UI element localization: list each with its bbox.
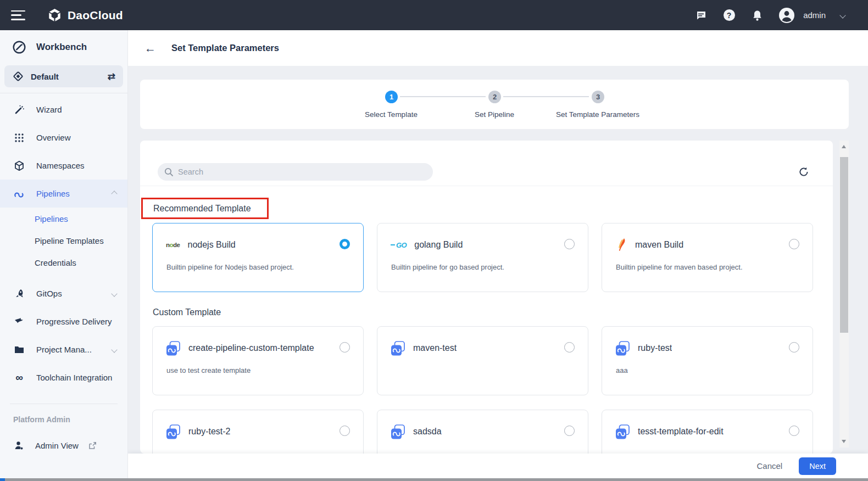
radio-unselected[interactable] — [340, 426, 350, 436]
sidebar-subitem-label: Pipeline Templates — [35, 236, 104, 245]
radio-unselected[interactable] — [564, 342, 575, 353]
back-arrow-icon[interactable]: ← — [144, 42, 156, 54]
hamburger-menu-icon[interactable] — [11, 10, 25, 20]
sidebar-item-toolchain-integration[interactable]: ∞ Toolchain Integration — [0, 363, 127, 391]
sidebar-subitem-credentials[interactable]: Credentials — [0, 251, 127, 273]
template-card-golang-build[interactable]: GO golang Build Builtin pipeline for go … — [377, 223, 588, 292]
switch-workspace-icon[interactable]: ⇄ — [108, 71, 115, 82]
step-connector — [503, 96, 589, 97]
brand[interactable]: DaoCloud — [47, 8, 123, 23]
step-3-label: Set Template Parameters — [556, 110, 639, 119]
wizard-footer: Cancel Next — [128, 454, 868, 478]
sidebar-item-wizard[interactable]: Wizard — [0, 96, 127, 124]
sidebar-item-progressive-delivery[interactable]: Progressive Delivery — [0, 307, 127, 335]
user-menu-chevron-down-icon[interactable] — [839, 12, 845, 18]
search-icon — [164, 167, 174, 177]
step-1-label: Select Template — [365, 110, 418, 119]
user-avatar[interactable] — [778, 7, 795, 24]
template-description: Builtin pipeline for Nodejs based projec… — [166, 263, 350, 271]
template-card-sadsda[interactable]: sadsda — [377, 410, 588, 454]
template-description: Builtin pipeline for maven based project… — [616, 263, 799, 271]
workbench-label: Workbench — [36, 42, 87, 53]
template-description: use to test create template — [166, 366, 350, 374]
sidebar: Workbench Default ⇄ Wizard Overview — [0, 30, 128, 481]
pipeline-template-icon — [615, 424, 630, 439]
template-card-ruby-test-2[interactable]: ruby-test-2 — [152, 410, 364, 454]
template-description: aaa — [616, 366, 799, 374]
sidebar-subitem-pipelines[interactable]: Pipelines — [0, 208, 127, 230]
help-icon[interactable]: ? — [722, 9, 736, 22]
divider — [0, 93, 127, 93]
chat-icon[interactable] — [694, 9, 708, 22]
template-title: maven Build — [635, 240, 683, 250]
template-title: ruby-test-2 — [188, 427, 230, 437]
topbar-actions: ? admin — [694, 7, 868, 24]
template-card-ruby-test[interactable]: ruby-test aaa — [602, 326, 813, 395]
pipeline-template-icon — [166, 424, 181, 439]
workspace-icon — [12, 70, 24, 82]
sidebar-item-pipelines[interactable]: Pipelines — [0, 180, 127, 208]
sidebar-item-gitops[interactable]: GitOps — [0, 279, 127, 307]
wizard-stepper: 1 2 3 Select Template Set Pipeline Set T… — [140, 80, 849, 129]
page-title: Set Template Parameters — [171, 43, 279, 53]
radio-unselected[interactable] — [789, 239, 799, 249]
next-button[interactable]: Next — [799, 457, 836, 475]
radio-unselected[interactable] — [789, 342, 799, 353]
golang-logo-icon: GO — [391, 241, 407, 249]
maven-feather-icon — [615, 238, 627, 252]
notification-bell-icon[interactable] — [750, 9, 764, 22]
radio-selected[interactable] — [340, 239, 350, 249]
step-connector — [400, 96, 486, 97]
search-toolbar — [140, 141, 833, 186]
sidebar-item-label: Project Mana... — [36, 345, 101, 354]
step-3-circle: 3 — [592, 91, 604, 103]
sidebar-item-label: Pipelines — [36, 189, 101, 198]
sidebar-subitem-pipeline-templates[interactable]: Pipeline Templates — [0, 230, 127, 251]
external-link-icon — [88, 441, 97, 450]
custom-template-section-title: Custom Template — [153, 307, 221, 317]
search-input[interactable] — [178, 167, 426, 176]
folder-icon — [13, 344, 25, 356]
template-card-nodejs-build[interactable]: node nodejs Build Builtin pipeline for N… — [152, 223, 364, 292]
grid-dots-icon — [13, 132, 25, 144]
scrollbar-up-arrow[interactable] — [842, 145, 846, 148]
template-title: create-pipeline-custom-template — [188, 343, 314, 353]
template-card-tesst-template-for-edit[interactable]: tesst-template-for-edit — [602, 410, 813, 454]
sidebar-item-namespaces[interactable]: Namespaces — [0, 152, 127, 180]
app-window: DaoCloud ? admin Workbench — [0, 0, 868, 481]
pipeline-template-icon — [391, 424, 405, 439]
radio-unselected[interactable] — [564, 426, 575, 436]
workspace-selector[interactable]: Default ⇄ — [4, 65, 123, 87]
sidebar-item-overview[interactable]: Overview — [0, 124, 127, 152]
template-card-create-pipeline-custom-template[interactable]: create-pipeline-custom-template use to t… — [152, 326, 364, 395]
scrollbar-down-arrow[interactable] — [842, 440, 846, 443]
template-card-maven-test[interactable]: maven-test — [377, 326, 588, 395]
template-title: maven-test — [413, 343, 457, 353]
template-title: nodejs Build — [187, 240, 235, 250]
radio-unselected[interactable] — [340, 342, 350, 353]
admin-view-label: Admin View — [35, 441, 79, 450]
sidebar-workbench-header[interactable]: Workbench — [0, 30, 127, 64]
horizontal-scrollbar-thumb[interactable] — [0, 478, 5, 481]
template-card-maven-build[interactable]: maven Build Builtin pipeline for maven b… — [602, 223, 813, 292]
template-title: tesst-template-for-edit — [638, 427, 724, 437]
radio-unselected[interactable] — [789, 426, 799, 436]
sidebar-item-label: Toolchain Integration — [36, 373, 116, 382]
sidebar-item-admin-view[interactable]: Admin View — [0, 432, 127, 460]
step-2-label: Set Pipeline — [475, 110, 514, 119]
sidebar-item-label: Namespaces — [36, 161, 116, 170]
search-field[interactable] — [158, 163, 433, 181]
vertical-scrollbar[interactable] — [839, 141, 849, 448]
scrollbar-thumb[interactable] — [840, 157, 848, 333]
template-title: sadsda — [413, 427, 442, 437]
page-header: ← Set Template Parameters — [128, 30, 868, 66]
cancel-button[interactable]: Cancel — [756, 461, 782, 471]
refresh-icon[interactable] — [797, 165, 811, 179]
pipelines-icon — [13, 188, 25, 200]
admin-user-icon — [13, 440, 25, 452]
horizontal-scrollbar[interactable] — [0, 478, 868, 481]
sidebar-item-project-management[interactable]: Project Mana... — [0, 335, 127, 363]
annotation-red-box: Recommended Template — [141, 198, 269, 219]
cube-icon — [13, 160, 25, 172]
radio-unselected[interactable] — [564, 239, 575, 249]
